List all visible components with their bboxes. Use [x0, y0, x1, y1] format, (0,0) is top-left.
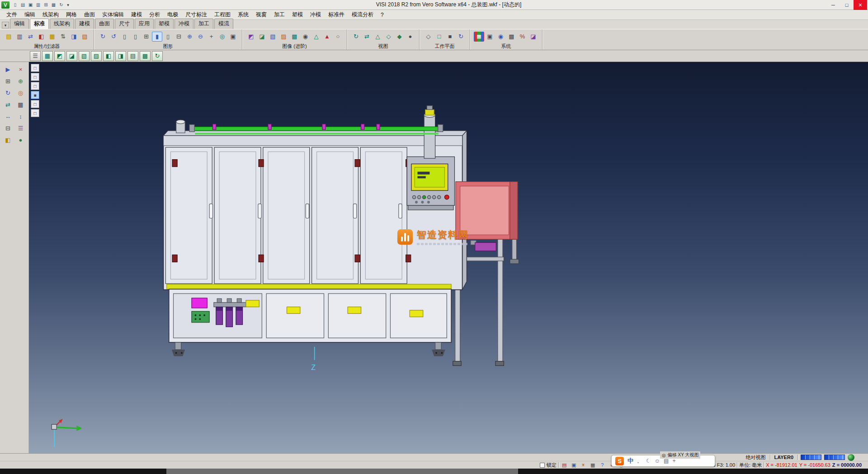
toolbar-filter-color-icon[interactable]: ⇅	[58, 32, 68, 42]
toolbar-filter-layer-icon[interactable]: ▦	[47, 32, 57, 42]
qa-undo-icon[interactable]: ↻	[57, 1, 65, 9]
qa-save-icon[interactable]: ▣	[27, 1, 34, 9]
menu-item-window[interactable]: 视窗	[252, 10, 270, 19]
display-shaded-icon[interactable]: ■	[31, 91, 39, 99]
lt-select-icon[interactable]: ▶	[2, 64, 14, 75]
view-iso-nw-icon[interactable]: ◪	[66, 51, 77, 61]
view-refresh-icon[interactable]: ↻	[152, 51, 163, 61]
minimize-button[interactable]: ─	[826, 0, 840, 10]
ime-emoji-icon[interactable]: ☺	[655, 458, 660, 464]
toolbar-shaded-icon[interactable]: ◩	[246, 32, 256, 42]
display-hidden-icon[interactable]: □	[31, 73, 39, 81]
ime-logo-icon[interactable]: S	[615, 457, 624, 465]
toolbar-camera-icon[interactable]: ●	[405, 32, 415, 42]
toolbar-system-colors-icon[interactable]: ▦	[474, 32, 484, 42]
close-button[interactable]: ×	[854, 0, 867, 10]
toolbar-view-page-icon[interactable]: ▯	[130, 32, 141, 42]
toolbar-workplane-view-icon[interactable]: ■	[445, 32, 455, 42]
toolbar-align-view-icon[interactable]: △	[373, 32, 383, 42]
toolbar-view-iso-page-icon[interactable]: ▯	[163, 32, 173, 42]
ime-language-toggle[interactable]: 中	[627, 457, 633, 465]
lt-half-icon[interactable]: ◧	[2, 134, 14, 145]
menu-item-drafting[interactable]: 工程图	[211, 10, 234, 19]
toolbar-workplane-rotate-icon[interactable]: ↻	[456, 32, 466, 42]
menu-item-surface[interactable]: 曲面	[80, 10, 99, 19]
menu-item-mesh[interactable]: 网格	[62, 10, 80, 19]
toolbar-zoom-out-icon[interactable]: ⊖	[195, 32, 206, 42]
lt-snap-grid-icon[interactable]: ⊞	[2, 76, 14, 86]
tab-standard[interactable]: 标准	[30, 19, 49, 29]
toolbar-pan-icon[interactable]: +	[206, 32, 217, 42]
toolbar-regen-icon[interactable]: ↺	[108, 32, 119, 42]
toolbar-zoom-window-icon[interactable]: ▮	[152, 32, 162, 42]
tab-application[interactable]: 应用	[135, 19, 154, 29]
menu-item-mold[interactable]: 塑模	[288, 10, 307, 19]
menu-item-solid-edit[interactable]: 实体编辑	[99, 10, 127, 19]
qa-print-icon[interactable]: ⊞	[42, 1, 50, 9]
menu-item-machining[interactable]: 加工	[270, 10, 288, 19]
qa-saveall-icon[interactable]: ▥	[34, 1, 42, 9]
status-help-icon[interactable]: ?	[599, 462, 606, 469]
status-globe-icon[interactable]	[848, 454, 854, 461]
toolbar-zoom-all-icon[interactable]: ⊟	[174, 32, 184, 42]
tab-moldflow[interactable]: 模流	[214, 19, 233, 29]
toolbar-dynamic-rotate-icon[interactable]: ◎	[217, 32, 227, 42]
quick-access-caret-icon[interactable]: ▾	[65, 3, 71, 7]
toolbar-filter-quick-icon[interactable]: ▧	[80, 32, 90, 42]
tab-edit[interactable]: 编辑	[10, 19, 29, 29]
toolbar-view-single-icon[interactable]: ▯	[119, 32, 130, 42]
view-mode-button[interactable]: 绝对视图	[745, 454, 767, 461]
toolbar-view-multi-icon[interactable]: ⊞	[141, 32, 151, 42]
toolbar-workplane-entity-icon[interactable]: □	[434, 32, 444, 42]
view-back-icon[interactable]: ▤	[127, 51, 138, 61]
status-log-icon[interactable]: ▤	[561, 462, 568, 469]
menu-item-help[interactable]: ?	[377, 11, 387, 19]
toolbar-sketch-icon[interactable]: △	[311, 32, 321, 42]
view-shaded-cube-icon[interactable]: ▦	[42, 51, 53, 61]
menu-item-file[interactable]: 文件	[3, 10, 21, 19]
toolbar-hidden-line-icon[interactable]: ▧	[268, 32, 278, 42]
view-bottom-icon[interactable]: ▩	[140, 51, 151, 61]
display-wireframe-icon[interactable]: □	[31, 64, 39, 72]
view-iso-ne-icon[interactable]: ◩	[54, 51, 65, 61]
toolbar-iso-view-icon[interactable]: ◆	[394, 32, 405, 42]
tab-wireframe[interactable]: 线架构	[50, 19, 74, 29]
status-calculator-icon[interactable]: ▦	[589, 462, 597, 469]
lt-target-icon[interactable]: ◎	[15, 87, 27, 98]
menu-item-standard-parts[interactable]: 标准件	[325, 10, 348, 19]
display-transparent-icon[interactable]: □	[31, 100, 39, 108]
tabs-caret-icon[interactable]: ▾	[2, 22, 9, 28]
tab-modeling[interactable]: 建模	[75, 19, 94, 29]
menu-item-moldflow[interactable]: 模流分析	[348, 10, 377, 19]
lt-rotate-icon[interactable]: ↻	[2, 87, 14, 98]
menu-item-system[interactable]: 系统	[234, 10, 252, 19]
toolbar-system-tolerance-icon[interactable]: %	[517, 32, 528, 42]
menu-item-modeling[interactable]: 建模	[127, 10, 146, 19]
lt-point-icon[interactable]: ●	[15, 134, 27, 145]
ime-settings-icon[interactable]: +	[672, 458, 675, 464]
toolbar-snapshot-icon[interactable]: ◉	[300, 32, 311, 42]
toolbar-redraw-icon[interactable]: ↻	[98, 32, 108, 42]
toolbar-attr-copy-icon[interactable]: ▤	[4, 32, 14, 42]
toolbar-attr-paste-icon[interactable]: ▥	[14, 32, 25, 42]
lt-delete-icon[interactable]: ×	[15, 64, 27, 75]
toolbar-system-globe-icon[interactable]: ◉	[495, 32, 506, 42]
display-dashed-icon[interactable]: □	[31, 82, 39, 90]
tab-machining[interactable]: 加工	[194, 19, 213, 29]
view-front-icon[interactable]: ▨	[91, 51, 102, 61]
view-top-icon[interactable]: ▧	[79, 51, 90, 61]
layer-button[interactable]: LAYER0	[773, 455, 795, 460]
toolbar-render-icon[interactable]: ▨	[278, 32, 289, 42]
menu-item-edit[interactable]: 编辑	[21, 10, 39, 19]
menu-item-die[interactable]: 冲模	[307, 10, 325, 19]
lt-measure-x-icon[interactable]: ↔	[2, 111, 14, 122]
qa-open-icon[interactable]: ▤	[19, 1, 27, 9]
status-database-icon[interactable]: ▣	[570, 462, 578, 469]
view-left-icon[interactable]: ◧	[103, 51, 114, 61]
toolbar-wireframe-display-icon[interactable]: ◪	[257, 32, 267, 42]
toolbar-texture-icon[interactable]: ▩	[289, 32, 300, 42]
views-menu-icon[interactable]: ☰	[30, 51, 41, 61]
ime-punctuation-icon[interactable]: 。	[637, 457, 642, 465]
tab-surface[interactable]: 曲面	[95, 19, 114, 29]
3d-viewport[interactable]: □ □ □ ■ □ □	[29, 62, 868, 453]
